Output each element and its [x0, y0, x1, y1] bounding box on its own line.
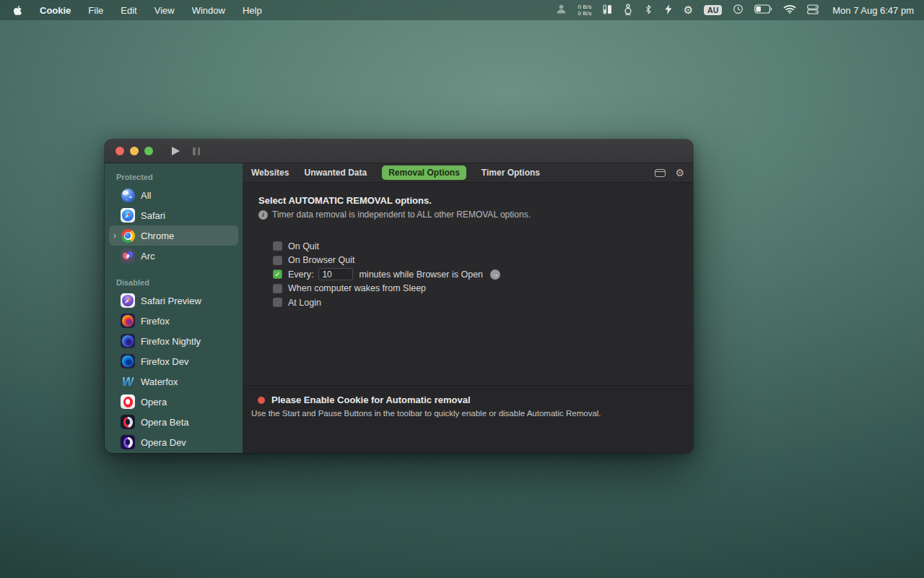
settings-gear-icon[interactable]: ⚙	[675, 168, 684, 178]
menu-edit[interactable]: Edit	[121, 5, 136, 16]
sidebar-item-firefox-nightly[interactable]: Firefox Nightly	[109, 331, 238, 351]
status-panel: Please Enable Cookie for Automatic remov…	[243, 385, 693, 453]
keyboard-layout-badge[interactable]: AU	[704, 5, 722, 16]
sidebar-item-label: Opera Beta	[141, 417, 189, 428]
safari-icon	[121, 208, 135, 223]
all-browsers-icon	[121, 188, 135, 202]
wake-from-sleep-checkbox[interactable]	[273, 284, 282, 293]
menu-window[interactable]: Window	[192, 5, 225, 16]
option-label: On Browser Quit	[288, 255, 354, 265]
sidebar-item-safari-preview[interactable]: Safari Preview	[109, 290, 238, 311]
firefox-dev-icon	[121, 354, 135, 368]
sidebar-item-arc[interactable]: Arc	[109, 246, 238, 266]
lightning-app-icon[interactable]	[663, 4, 673, 17]
at-login-checkbox[interactable]	[273, 298, 282, 307]
section-label-disabled: Disabled	[105, 276, 243, 290]
chrome-icon	[121, 228, 135, 243]
section-label-protected: Protected	[105, 171, 243, 185]
firefox-nightly-icon	[121, 334, 135, 348]
tab-timer-options[interactable]: Timer Options	[481, 168, 540, 178]
apple-logo-icon	[13, 5, 22, 16]
sidebar-item-safari[interactable]: Safari	[109, 205, 238, 225]
tab-bar: Websites Unwanted Data Removal Options T…	[243, 163, 693, 183]
sidebar-item-label: Arc	[141, 251, 155, 262]
firefox-icon	[121, 314, 135, 328]
safari-preview-icon	[121, 293, 135, 308]
sidebar-item-label: All	[141, 190, 151, 201]
chevron-right-icon: ›	[113, 231, 121, 240]
start-button[interactable]	[172, 147, 180, 155]
window-titlebar[interactable]	[105, 139, 693, 163]
on-browser-quit-checkbox[interactable]	[273, 256, 282, 265]
sidebar-item-all[interactable]: All	[109, 185, 238, 205]
displays-icon[interactable]	[807, 4, 819, 17]
sidebar-item-label: Chrome	[141, 230, 174, 241]
sidebar-item-label: Opera	[141, 397, 167, 407]
close-button[interactable]	[116, 147, 124, 155]
tab-websites[interactable]: Websites	[251, 168, 289, 178]
menu-file[interactable]: File	[88, 5, 103, 16]
sidebar-item-opera-beta[interactable]: Opera Beta	[109, 412, 238, 432]
option-every-interval: ✓ Every: minutes while Browser is Open →	[273, 269, 679, 280]
figure-app-icon[interactable]	[623, 4, 633, 17]
sidebar-item-label: Opera Dev	[141, 437, 186, 448]
option-label: Every:	[288, 269, 313, 280]
arc-icon	[121, 249, 135, 263]
waterfox-icon: W	[121, 374, 135, 389]
on-quit-checkbox[interactable]	[273, 241, 282, 251]
tab-unwanted-data[interactable]: Unwanted Data	[304, 168, 367, 178]
network-speed-indicator[interactable]: 0 B/s 0 B/s	[578, 4, 591, 17]
status-title: Please Enable Cookie for Automatic remov…	[271, 394, 471, 405]
sidebar-item-label: Firefox Nightly	[141, 336, 201, 347]
sidebar-item-label: Safari Preview	[141, 296, 201, 306]
download-speed: 0 B/s	[578, 10, 591, 17]
interval-detail-button[interactable]: →	[490, 269, 500, 280]
sidebar-item-waterfox[interactable]: W Waterfox	[109, 371, 238, 392]
sidebar-item-firefox[interactable]: Firefox	[109, 311, 238, 331]
removal-options-content: Select AUTOMATIC REMOVAL options. i Time…	[243, 183, 693, 385]
gear-menu-icon[interactable]: ⚙	[684, 5, 693, 16]
content-title: Select AUTOMATIC REMOVAL options.	[258, 195, 679, 206]
option-at-login: At Login	[273, 298, 679, 308]
sidebar-item-chrome[interactable]: › Chrome	[109, 225, 238, 246]
zoom-button[interactable]	[144, 147, 153, 155]
option-on-browser-quit: On Browser Quit	[273, 256, 679, 266]
every-interval-checkbox[interactable]: ✓	[273, 269, 282, 279]
menubar-clock[interactable]: Mon 7 Aug 6:47 pm	[832, 5, 914, 16]
apple-menu[interactable]	[13, 5, 22, 16]
status-red-dot-icon	[258, 397, 265, 404]
opera-beta-icon	[121, 415, 135, 429]
browser-sidebar: Protected All Safari › Chrome	[105, 163, 243, 453]
cookie-app-window: Protected All Safari › Chrome	[105, 139, 693, 453]
sidebar-item-firefox-dev[interactable]: Firefox Dev	[109, 351, 238, 371]
options-list: On Quit On Browser Quit ✓ Every: minutes…	[273, 241, 679, 308]
menu-help[interactable]: Help	[243, 5, 262, 16]
user-status-icon[interactable]	[556, 4, 567, 17]
istat-menus-icon[interactable]	[603, 4, 612, 17]
menu-view[interactable]: View	[154, 5, 175, 16]
wifi-icon[interactable]	[783, 4, 796, 16]
option-on-quit: On Quit	[273, 241, 679, 251]
minutes-input[interactable]	[318, 268, 353, 280]
minimize-button[interactable]	[130, 147, 139, 155]
sidebar-item-opera[interactable]: Opera	[109, 392, 238, 412]
bluetooth-icon[interactable]	[644, 4, 653, 17]
option-label: When computer wakes from Sleep	[288, 283, 426, 293]
time-machine-icon[interactable]	[733, 4, 744, 17]
option-label: On Quit	[288, 241, 319, 251]
content-info-text: Timer data removal is independent to ALL…	[272, 210, 531, 220]
sidebar-item-label: Firefox Dev	[141, 356, 188, 367]
desktop: { "menubar": { "app_name": "Cookie", "me…	[0, 0, 924, 578]
sidebar-item-opera-dev[interactable]: Opera Dev	[109, 432, 238, 452]
info-icon: i	[258, 210, 268, 220]
menu-bar: Cookie File Edit View Window Help 0 B/s …	[0, 0, 924, 20]
menu-app-name[interactable]: Cookie	[40, 5, 71, 16]
pause-button[interactable]	[193, 147, 200, 155]
browser-window-icon[interactable]	[655, 169, 666, 177]
option-wake-from-sleep: When computer wakes from Sleep	[273, 284, 679, 294]
battery-icon[interactable]	[754, 4, 772, 16]
main-panel: Websites Unwanted Data Removal Options T…	[243, 163, 693, 453]
sidebar-item-label: Firefox	[141, 316, 170, 327]
option-suffix: minutes while Browser is Open	[359, 269, 483, 280]
tab-removal-options[interactable]: Removal Options	[382, 165, 466, 180]
